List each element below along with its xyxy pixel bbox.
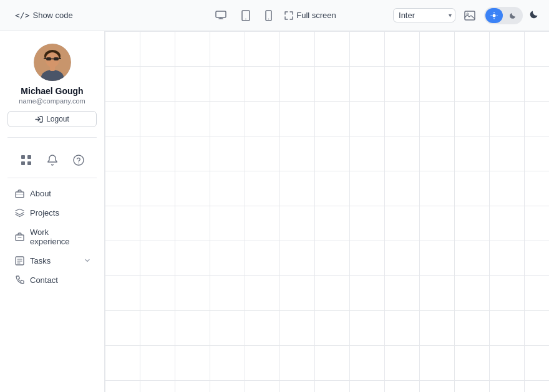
svg-point-4 xyxy=(245,18,246,19)
show-code-button[interactable]: </> Show code xyxy=(10,8,78,22)
image-icon xyxy=(464,11,475,21)
logout-label: Logout xyxy=(46,115,69,123)
dark-mode-button[interactable] xyxy=(529,9,539,22)
svg-rect-26 xyxy=(27,155,31,159)
moon-icon-toggle xyxy=(509,12,517,19)
svg-point-8 xyxy=(467,13,469,15)
svg-point-6 xyxy=(268,18,270,19)
sidebar-item-contact-label: Contact xyxy=(30,275,90,285)
svg-rect-27 xyxy=(21,161,25,165)
svg-rect-0 xyxy=(216,11,226,17)
notification-icon-button[interactable] xyxy=(44,151,61,169)
show-code-label: Show code xyxy=(32,11,72,20)
sun-icon xyxy=(490,12,498,19)
desktop-device-button[interactable] xyxy=(213,8,229,22)
sidebar-item-contact[interactable]: Contact xyxy=(7,271,97,289)
work-experience-icon xyxy=(14,232,25,242)
toolbar-left: </> Show code xyxy=(10,8,182,22)
user-email: name@company.com xyxy=(19,97,85,105)
chevron-down-icon xyxy=(84,257,90,264)
desktop-icon xyxy=(215,11,226,20)
fullscreen-button[interactable]: Full screen xyxy=(284,11,336,20)
svg-rect-18 xyxy=(54,57,59,60)
phone-icon xyxy=(15,275,24,285)
image-icon-button[interactable] xyxy=(462,8,478,23)
mobile-icon xyxy=(265,10,272,21)
checklist-icon xyxy=(15,256,24,265)
about-icon xyxy=(14,189,25,198)
layers-icon xyxy=(15,208,24,218)
fullscreen-label: Full screen xyxy=(296,11,336,20)
apps-icon xyxy=(21,155,32,166)
sidebar-item-projects-label: Projects xyxy=(30,208,90,218)
svg-rect-28 xyxy=(27,161,31,165)
apps-icon-button[interactable] xyxy=(17,151,35,169)
bell-icon xyxy=(47,155,57,166)
content-area xyxy=(105,31,549,392)
toolbar-right: Inter Roboto Open Sans xyxy=(367,7,539,24)
dark-theme-button[interactable] xyxy=(504,8,522,23)
theme-toggle xyxy=(484,7,523,24)
svg-rect-17 xyxy=(46,57,51,60)
svg-point-29 xyxy=(74,155,84,165)
sidebar-item-work-experience-label: Work experience xyxy=(30,227,90,246)
toolbar-center: Full screen xyxy=(189,7,361,24)
code-icon: </> xyxy=(15,11,29,20)
projects-icon xyxy=(14,208,25,218)
mobile-device-button[interactable] xyxy=(263,7,274,24)
sidebar-item-tasks[interactable]: Tasks xyxy=(7,252,97,270)
help-icon-button[interactable] xyxy=(70,151,87,169)
sidebar: Michael Gough name@company.com Logout xyxy=(0,31,105,392)
sidebar-item-projects[interactable]: Projects xyxy=(7,204,97,222)
logout-button[interactable]: Logout xyxy=(7,111,97,127)
sidebar-item-tasks-label: Tasks xyxy=(30,256,79,265)
fullscreen-icon xyxy=(284,11,293,20)
svg-point-9 xyxy=(493,14,496,17)
tablet-icon xyxy=(241,10,250,21)
avatar xyxy=(34,44,71,81)
grid-background xyxy=(105,31,549,392)
tasks-chevron-icon xyxy=(84,257,90,265)
svg-rect-25 xyxy=(21,155,25,159)
light-theme-button[interactable] xyxy=(485,8,503,23)
question-icon xyxy=(73,155,84,166)
moon-icon xyxy=(529,9,539,19)
briefcase-icon xyxy=(15,189,24,198)
user-name: Michael Gough xyxy=(21,86,83,96)
contact-icon xyxy=(14,275,25,285)
logout-icon xyxy=(35,115,43,123)
tasks-icon xyxy=(14,256,25,265)
work-icon xyxy=(15,232,24,242)
avatar-image xyxy=(34,44,71,81)
svg-rect-23 xyxy=(50,66,55,71)
svg-point-30 xyxy=(78,163,79,164)
main-layout: Michael Gough name@company.com Logout xyxy=(0,31,549,392)
nav-list: About Projects xyxy=(7,184,97,289)
sidebar-item-about[interactable]: About xyxy=(7,184,97,203)
tablet-device-button[interactable] xyxy=(239,7,253,24)
profile-section: Michael Gough name@company.com Logout xyxy=(7,44,97,138)
quick-icons-section xyxy=(7,145,97,178)
toolbar: </> Show code xyxy=(0,0,549,31)
font-selector-wrapper: Inter Roboto Open Sans xyxy=(393,8,455,22)
font-select[interactable]: Inter Roboto Open Sans xyxy=(393,8,455,22)
sidebar-item-work-experience[interactable]: Work experience xyxy=(7,223,97,251)
sidebar-item-about-label: About xyxy=(30,189,90,198)
